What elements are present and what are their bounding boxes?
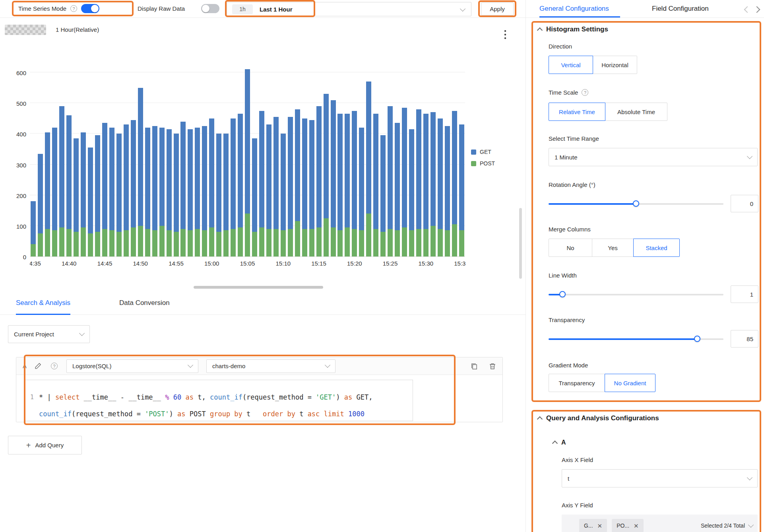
gradient-none-button[interactable]: No Gradient <box>605 374 655 392</box>
transparency-value[interactable]: 85 <box>731 330 758 348</box>
bar[interactable] <box>230 52 237 256</box>
remove-tag-icon[interactable]: ✕ <box>634 523 639 529</box>
line-width-slider[interactable] <box>549 291 723 298</box>
bar[interactable] <box>187 52 194 256</box>
rotation-angle-value[interactable]: 0 <box>731 195 758 212</box>
bar[interactable] <box>237 52 244 256</box>
bar[interactable] <box>244 52 251 256</box>
bar[interactable] <box>444 52 451 256</box>
bar[interactable] <box>130 52 137 256</box>
time-range-picker[interactable]: 1h Last 1 Hour <box>227 2 471 16</box>
transparency-slider[interactable] <box>549 335 723 342</box>
sql-editor[interactable]: 1 * | select __time__ - __time__ % 60 as… <box>25 380 413 421</box>
bar[interactable] <box>87 52 94 256</box>
gradient-transparency-button[interactable]: Transparency <box>549 374 605 392</box>
bar[interactable] <box>415 52 422 256</box>
project-scope-select[interactable]: Current Project <box>8 325 90 343</box>
axis-x-field-select[interactable]: t <box>562 469 758 487</box>
bar[interactable] <box>122 52 130 256</box>
absolute-time-button[interactable]: Absolute Time <box>605 103 667 121</box>
axis-y-field-multiselect[interactable]: G... ✕ PO... ✕ Selected 2/4 Total <box>562 515 758 532</box>
add-query-button[interactable]: + Add Query <box>8 436 82 454</box>
bar[interactable] <box>158 52 165 256</box>
delete-query-trash-icon[interactable] <box>489 363 496 370</box>
bar[interactable] <box>66 52 73 256</box>
bar[interactable] <box>194 52 201 256</box>
bar[interactable] <box>144 52 151 256</box>
bar[interactable] <box>101 52 109 256</box>
bar[interactable] <box>223 52 230 256</box>
axis-y-tag[interactable]: PO... ✕ <box>612 519 643 532</box>
bar[interactable] <box>301 52 308 256</box>
bar[interactable] <box>344 52 351 256</box>
bar[interactable] <box>358 52 365 256</box>
query-help-icon[interactable]: ? <box>51 363 58 369</box>
bar[interactable] <box>272 52 279 256</box>
bar[interactable] <box>58 52 66 256</box>
chart-menu-kebab-icon[interactable] <box>502 29 509 42</box>
pane-vertical-scrollbar[interactable] <box>519 208 522 279</box>
bar[interactable] <box>451 52 458 256</box>
bar[interactable] <box>208 52 215 256</box>
bar[interactable] <box>180 52 187 256</box>
bar[interactable] <box>408 52 415 256</box>
tabs-scroll-right-icon[interactable] <box>754 6 760 13</box>
histogram-settings-header[interactable]: Histogram Settings <box>538 25 608 33</box>
bar[interactable] <box>173 52 180 256</box>
bar[interactable] <box>51 52 58 256</box>
bar[interactable] <box>372 52 380 256</box>
bar[interactable] <box>429 52 436 256</box>
bar[interactable] <box>351 52 358 256</box>
bar[interactable] <box>330 52 337 256</box>
bar[interactable] <box>94 52 101 256</box>
relative-time-button[interactable]: Relative Time <box>549 103 605 121</box>
bar[interactable] <box>201 52 208 256</box>
merge-yes-button[interactable]: Yes <box>592 239 634 257</box>
bar[interactable] <box>137 52 144 256</box>
bar[interactable] <box>80 52 87 256</box>
time-series-mode-help-icon[interactable]: ? <box>70 5 77 12</box>
tab-search-analysis[interactable]: Search & Analysis <box>16 299 70 315</box>
tabs-scroll-left-icon[interactable] <box>744 6 751 13</box>
bar[interactable] <box>44 52 51 256</box>
bar[interactable] <box>458 52 465 256</box>
bar[interactable] <box>30 52 37 256</box>
bar[interactable] <box>265 52 272 256</box>
tab-general-configurations[interactable]: General Configurations <box>539 5 609 13</box>
bar[interactable] <box>387 52 394 256</box>
time-scale-help-icon[interactable]: ? <box>582 89 588 96</box>
bar[interactable] <box>165 52 173 256</box>
bar[interactable] <box>279 52 287 256</box>
slider-track[interactable] <box>549 294 723 295</box>
bar[interactable] <box>380 52 387 256</box>
direction-horizontal-button[interactable]: Horizontal <box>593 56 637 74</box>
time-series-mode-toggle[interactable] <box>81 4 99 13</box>
bar[interactable] <box>294 52 301 256</box>
bar[interactable] <box>394 52 401 256</box>
bar[interactable] <box>215 52 223 256</box>
bar[interactable] <box>308 52 315 256</box>
axis-y-tag[interactable]: G... ✕ <box>579 519 607 532</box>
bar[interactable] <box>315 52 322 256</box>
bar[interactable] <box>365 52 372 256</box>
display-raw-data-toggle[interactable] <box>201 4 219 13</box>
bar[interactable] <box>37 52 44 256</box>
bar[interactable] <box>73 52 80 256</box>
tab-field-configuration[interactable]: Field Configuration <box>652 5 709 13</box>
bar[interactable] <box>436 52 444 256</box>
bar[interactable] <box>401 52 408 256</box>
line-width-value[interactable]: 1 <box>731 285 758 303</box>
merge-no-button[interactable]: No <box>549 239 592 257</box>
logstore-select[interactable]: charts-demo <box>206 359 335 373</box>
direction-vertical-button[interactable]: Vertical <box>549 56 593 74</box>
bar[interactable] <box>322 52 330 256</box>
bar[interactable] <box>115 52 122 256</box>
chart-horizontal-scrollbar[interactable] <box>194 286 323 289</box>
copy-query-icon[interactable] <box>471 363 478 370</box>
remove-tag-icon[interactable]: ✕ <box>597 523 603 529</box>
slider-thumb[interactable] <box>633 200 639 207</box>
bar[interactable] <box>287 52 294 256</box>
bar[interactable] <box>258 52 266 256</box>
time-range-interval-select[interactable]: 1 Minute <box>549 148 758 166</box>
slider-thumb[interactable] <box>559 291 566 297</box>
